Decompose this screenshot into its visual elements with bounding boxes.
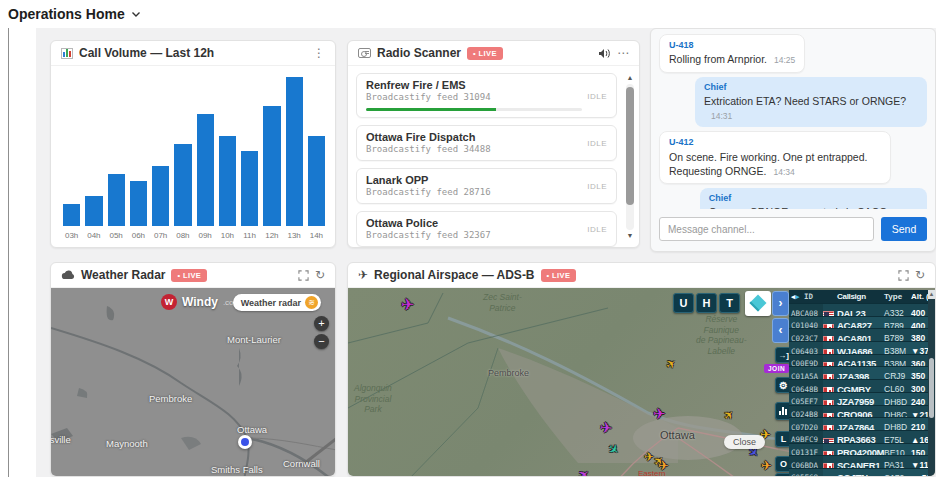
chart-bar-group: 08h: [174, 77, 191, 241]
expand-icon[interactable]: [298, 270, 309, 281]
scanner-feed-item[interactable]: Ottawa Fire DispatchBroadcastify feed 34…: [356, 125, 617, 161]
aircraft-table-row[interactable]: C07D20JZA7864DH8D210: [789, 418, 930, 431]
chart-bar-group: 14h: [308, 77, 325, 241]
aircraft-table-row[interactable]: C0131FPRO4200MBE10150: [789, 444, 930, 457]
aircraft-callsign: CRQ906: [837, 409, 884, 418]
kebab-menu-icon[interactable]: ⋮: [313, 47, 325, 59]
aircraft-icon[interactable]: ✈: [653, 406, 666, 421]
zoom-in-button[interactable]: +: [314, 316, 329, 331]
x-axis-tick-label: 06h: [132, 231, 145, 241]
map-button-t[interactable]: T: [719, 293, 740, 313]
aircraft-table-row[interactable]: C01A5AJZA398CRJ9350: [789, 367, 930, 380]
aircraft-hex-id: C07D20: [789, 418, 823, 431]
weather-radar-title: Weather Radar: [81, 268, 165, 282]
chevron-down-icon[interactable]: [131, 11, 141, 18]
map-button-u[interactable]: U: [673, 293, 694, 313]
aircraft-table-row[interactable]: C01040ACA827B789400: [789, 317, 930, 330]
chart-bar-group: 07h: [152, 77, 169, 241]
refresh-icon[interactable]: ↻: [315, 269, 325, 281]
scroll-down-icon[interactable]: ▼: [625, 231, 635, 241]
panel-collapse-right-button[interactable]: ›: [772, 291, 789, 316]
weather-radar-layer-pill[interactable]: Weather radar ≋: [233, 294, 321, 311]
scanner-feed-item[interactable]: Renfrew Fire / EMSBroadcastify feed 3109…: [356, 73, 617, 118]
aircraft-table-row[interactable]: C024B8CRQ906DH8C▼212: [789, 406, 930, 419]
aircraft-icon[interactable]: ✈: [658, 459, 669, 472]
send-button[interactable]: Send: [881, 217, 927, 241]
aircraft-type: B789: [884, 333, 911, 342]
aircraft-hex-id: C06403: [789, 342, 823, 355]
column-pager-right-icon[interactable]: ▶: [795, 293, 799, 301]
aircraft-type: DH8C: [884, 410, 911, 419]
scrollbar-thumb[interactable]: [929, 358, 934, 418]
windy-brand[interactable]: W Windy .com: [161, 294, 240, 310]
airspace-title: Regional Airspace — ADS-B: [374, 268, 534, 282]
aircraft-icon[interactable]: ✈: [761, 459, 772, 472]
aircraft-table-row[interactable]: C05EF7JZA7959DH8D240: [789, 393, 930, 406]
map-place-label: Algonquin Provincial Park: [354, 383, 392, 415]
aircraft-callsign: WJA686: [837, 346, 884, 355]
speaker-icon[interactable]: [598, 48, 611, 59]
scroll-up-icon[interactable]: ▲: [625, 73, 635, 83]
scanner-feed-item[interactable]: Ottawa PoliceBroadcastify feed 32367IDLE: [356, 211, 617, 247]
chart-bar: [85, 196, 102, 226]
chat-message-bubble: ChiefExtrication ETA? Need STARS or ORNG…: [695, 77, 927, 128]
chat-message-bubble: ChiefCopy — ORNGE requested via CACC.14:…: [700, 188, 927, 209]
expand-icon[interactable]: [898, 270, 909, 281]
aircraft-icon[interactable]: ✈: [599, 419, 613, 435]
scanner-feed-item[interactable]: Lanark OPPBroadcastify feed 28716IDLE: [356, 168, 617, 204]
chart-bar: [219, 136, 236, 226]
chat-message-input[interactable]: [659, 217, 874, 241]
feed-source: Broadcastify feed 32367: [366, 230, 582, 240]
page-header: Operations Home: [0, 0, 936, 28]
chart-bar-group: 04h: [85, 77, 102, 241]
zoom-out-button[interactable]: −: [314, 334, 329, 349]
aircraft-hex-id: C01A5A: [789, 367, 823, 380]
map-place-label: Réserve Faunique de Papineau- Labelle: [696, 314, 747, 357]
close-button[interactable]: Close: [724, 435, 765, 449]
scanner-scrollbar[interactable]: ▲ ▼: [625, 73, 635, 241]
message-sender: U-418: [669, 39, 795, 51]
aircraft-table-row[interactable]: C05E68CGJTNC172▲ 53: [789, 469, 930, 476]
ottawa-location-marker[interactable]: [238, 435, 252, 449]
x-axis-tick-label: 13h: [287, 231, 300, 241]
x-axis-tick-label: 10h: [221, 231, 234, 241]
message-sender: Chief: [704, 81, 918, 93]
aircraft-table-row[interactable]: C00E9DACA1135B38M360: [789, 355, 930, 368]
aircraft-table-row[interactable]: C06403WJA686B38M▼370: [789, 342, 930, 355]
aircraft-table-row[interactable]: C06BDASCANER1PA31▼117: [789, 456, 930, 469]
refresh-icon[interactable]: ↻: [915, 269, 925, 281]
page-title[interactable]: Operations Home: [8, 6, 125, 22]
table-header-row[interactable]: ◀▶ ID Callsign Type Alt. (ft): [789, 290, 930, 304]
table-scrollbar[interactable]: ▲: [928, 290, 935, 476]
chart-bar-group: 12h: [263, 77, 280, 241]
aircraft-type: CRJ9: [884, 371, 911, 380]
aircraft-table-row[interactable]: C023C7ACA801B789380: [789, 329, 930, 342]
aircraft-callsign: SCANER1: [837, 460, 884, 469]
panel-collapse-left-button[interactable]: ‹: [772, 318, 789, 343]
ellipsis-menu-icon[interactable]: ⋯: [617, 47, 629, 59]
adsb-map[interactable]: Zec Saint- PatriceRéserve Faunique de Pa…: [348, 288, 935, 476]
map-button-h[interactable]: H: [696, 293, 717, 313]
windy-brand-name: Windy: [182, 295, 218, 309]
regional-airspace-panel: ✈ Regional Airspace — ADS-B • LIVE ↻ Zec…: [347, 262, 936, 477]
aircraft-table-row[interactable]: C0648BCGMBYCL60300: [789, 380, 930, 393]
aircraft-icon[interactable]: ✈: [401, 297, 414, 313]
weather-map[interactable]: W Windy .com Weather radar ≋ + − Mont-La…: [51, 288, 335, 476]
plane-icon: ✈: [358, 269, 368, 281]
aircraft-type: A332: [884, 308, 911, 317]
aircraft-type: B38M: [884, 359, 911, 368]
bar-chart-icon: [779, 407, 787, 415]
bar-chart-icon: [61, 48, 73, 59]
x-axis-tick-label: 04h: [87, 231, 100, 241]
chart-bar: [263, 106, 280, 226]
scanner-feed-list: Renfrew Fire / EMSBroadcastify feed 3109…: [356, 73, 617, 241]
x-axis-tick-label: 14h: [310, 231, 323, 241]
chart-bar-group: 03h: [63, 77, 80, 241]
aircraft-type: B38M: [884, 346, 911, 355]
scrollbar-thumb[interactable]: [626, 87, 634, 205]
aircraft-callsign: ACA801: [837, 333, 884, 342]
scroll-up-icon[interactable]: ▲: [928, 290, 935, 299]
aircraft-table-row[interactable]: ABCA08DAL23A332400: [789, 304, 930, 317]
aircraft-table-row[interactable]: A9BFC9RPA3663E75L▲164: [789, 431, 930, 444]
map-layers-button[interactable]: [745, 291, 771, 316]
